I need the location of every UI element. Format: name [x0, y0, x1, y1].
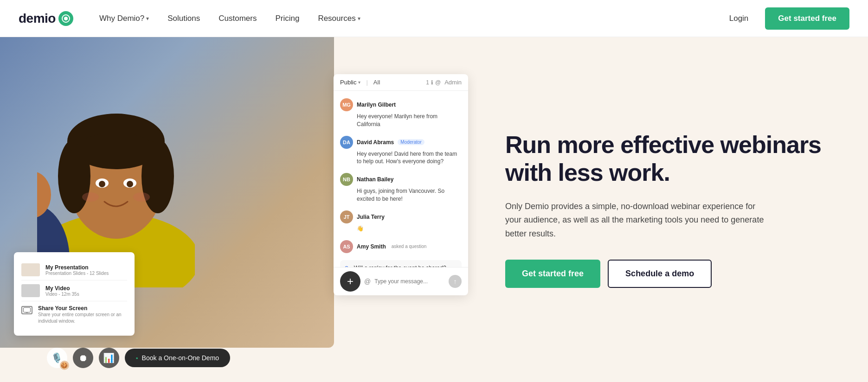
logo-text: demio [19, 11, 56, 26]
login-button[interactable]: Login [722, 10, 756, 27]
slide-thumbnail [21, 284, 40, 297]
demo-section: My Presentation Presentation Slides - 12… [0, 37, 477, 382]
chat-input-area: + @ ↑ [334, 267, 468, 295]
avatar: JT [340, 210, 353, 223]
nav-item-pricing[interactable]: Pricing [268, 10, 307, 27]
question-icon: ? [345, 265, 348, 267]
nav-item-solutions[interactable]: Solutions [160, 10, 207, 27]
chat-username: Nathan Bailey [357, 176, 393, 183]
camera-button[interactable]: ⏺ [73, 348, 93, 368]
add-button[interactable]: + [340, 271, 360, 292]
chat-filter[interactable]: All [373, 79, 380, 86]
present-button[interactable]: 📊 [99, 348, 119, 368]
svg-rect-16 [24, 308, 31, 312]
slide-item-presentation[interactable]: My Presentation Presentation Slides - 12… [21, 260, 127, 280]
share-screen-info: Share Your Screen Share your entire comp… [38, 305, 127, 325]
hero-section: Run more effective webinars with less wo… [477, 37, 868, 382]
header-get-started-button[interactable]: Get started free [765, 7, 849, 30]
logo-icon [58, 11, 73, 26]
hero-title: Run more effective webinars with less wo… [505, 131, 831, 187]
send-button[interactable]: ↑ [449, 275, 462, 288]
chat-text: Hi guys, joining from Vancouver. So exci… [340, 187, 462, 203]
chat-username: Amy Smith [357, 243, 386, 250]
chat-text: Hey everyone! Marilyn here from Californ… [340, 113, 462, 128]
chat-username: Julia Terry [357, 214, 385, 220]
slide-thumbnail [21, 263, 40, 276]
nav-item-why-demio[interactable]: Why Demio? ▾ [92, 10, 156, 27]
nav-item-customers[interactable]: Customers [211, 10, 264, 27]
chat-count: 1 ℹ @ [426, 79, 441, 86]
svg-point-6 [58, 139, 90, 213]
chat-message: AS Amy Smith asked a question [334, 236, 468, 258]
logo[interactable]: demio [19, 11, 73, 26]
chevron-down-icon: ▾ [146, 15, 149, 22]
cta-buttons: Get started free Schedule a demo [505, 260, 831, 288]
avatar: NB [340, 173, 353, 186]
chat-username: Marilyn Gilbert [357, 102, 396, 108]
svg-point-13 [133, 192, 150, 202]
share-screen-title: Share Your Screen [38, 305, 127, 312]
slide-subtitle: Video - 12m 35s [45, 292, 79, 297]
monitor-icon [21, 306, 32, 314]
svg-point-7 [141, 139, 174, 213]
main-nav: Why Demio? ▾ Solutions Customers Pricing… [92, 10, 722, 27]
book-demo-button[interactable]: Book a One-on-One Demo [125, 349, 230, 367]
at-mention-icon[interactable]: @ [364, 278, 371, 285]
chat-header: Public ▾ | All 1 ℹ @ Admin [334, 74, 468, 91]
chat-admin-label: Admin [444, 79, 462, 86]
chevron-down-icon: ▾ [358, 15, 360, 22]
hero-description: Only Demio provides a simple, no-downloa… [505, 200, 765, 241]
slide-info: My Video Video - 12m 35s [45, 285, 79, 297]
chat-text: Hey everyone! David here from the team t… [340, 150, 462, 166]
header-right: Login Get started free [722, 7, 849, 30]
moderator-badge: Moderator [398, 139, 424, 145]
chat-username: David Abrams [357, 139, 394, 146]
chat-tab-public[interactable]: Public ▾ [340, 79, 360, 86]
share-screen-item[interactable]: Share Your Screen Share your entire comp… [21, 301, 127, 328]
chat-messages: MG Marilyn Gilbert Hey everyone! Marilyn… [334, 91, 468, 267]
slide-info: My Presentation Presentation Slides - 12… [45, 264, 109, 276]
header: demio Why Demio? ▾ Solutions Customers P… [0, 0, 868, 37]
emoji-badge: 🍪 [60, 361, 69, 370]
avatar: DA [340, 136, 353, 149]
svg-point-12 [82, 192, 99, 202]
svg-point-10 [99, 181, 105, 187]
svg-point-1 [64, 17, 68, 20]
slide-title: My Presentation [45, 264, 109, 271]
chat-message: NB Nathan Bailey Hi guys, joining from V… [334, 169, 468, 207]
share-screen-sub: Share your entire computer screen or an … [38, 312, 127, 325]
slide-subtitle: Presentation Slides - 12 Slides [45, 271, 109, 276]
question-text: Will a replay for the event be shared? [354, 265, 446, 267]
slides-panel: My Presentation Presentation Slides - 12… [14, 252, 135, 336]
chat-message: MG Marilyn Gilbert Hey everyone! Marilyn… [334, 95, 468, 132]
avatar: AS [340, 240, 353, 253]
schedule-demo-button[interactable]: Schedule a demo [608, 260, 712, 288]
slide-item-video[interactable]: My Video Video - 12m 35s [21, 280, 127, 301]
chat-text: 👋 [340, 225, 462, 233]
bottom-toolbar: 🎙️ 🍪 ⏺ 📊 Book a One-on-One Demo [0, 348, 277, 368]
chat-message-input[interactable] [374, 278, 445, 285]
chat-message: JT Julia Terry 👋 [334, 207, 468, 236]
chat-message: DA David Abrams Moderator Hey everyone! … [334, 132, 468, 170]
svg-point-11 [127, 181, 133, 187]
microphone-button[interactable]: 🎙️ 🍪 [47, 348, 67, 368]
hero-get-started-button[interactable]: Get started free [505, 260, 600, 288]
slide-title: My Video [45, 285, 79, 292]
avatar: MG [340, 98, 353, 111]
main-content: My Presentation Presentation Slides - 12… [0, 37, 868, 382]
nav-item-resources[interactable]: Resources ▾ [310, 10, 367, 27]
chevron-down-icon: ▾ [358, 80, 360, 85]
chat-panel: Public ▾ | All 1 ℹ @ Admin MG Marilyn Gi… [334, 74, 468, 295]
question-box: ? Will a replay for the event be shared?… [340, 260, 462, 267]
